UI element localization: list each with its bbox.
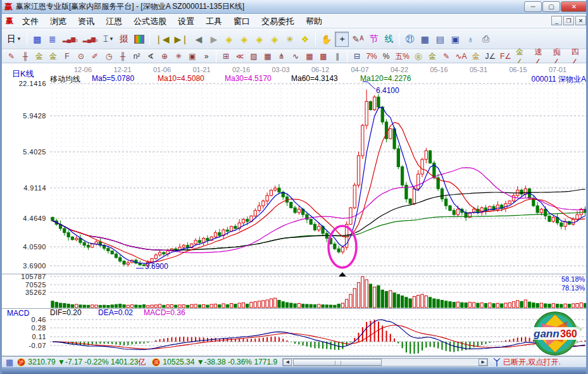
four-angle-icon[interactable]: 四∠ bbox=[570, 51, 587, 62]
menu-item-1[interactable]: 浏览 bbox=[44, 15, 72, 27]
connection-status[interactable]: 已断开,双点打开. bbox=[503, 357, 561, 368]
fan-lines-icon[interactable]: ≪ bbox=[234, 51, 246, 62]
last-page-icon[interactable]: ▶❘ bbox=[172, 32, 191, 47]
bars-3-icon[interactable]: ▂▄▆₃ bbox=[61, 32, 80, 47]
overlay-chart-icon[interactable]: ▩ bbox=[30, 32, 44, 47]
more-tools-chevron-icon[interactable]: » bbox=[200, 51, 213, 62]
spiral-tool-icon[interactable]: ⊙ bbox=[75, 51, 87, 62]
menu-item-8[interactable]: 交易委托 bbox=[256, 15, 300, 27]
candle-style-icon[interactable]: ⌶▼ bbox=[101, 32, 116, 47]
quote-grid-icon[interactable]: ▦ bbox=[6, 358, 13, 367]
n2-tool-icon[interactable]: n² bbox=[130, 51, 143, 62]
red-grid2-icon[interactable]: ▩ bbox=[317, 51, 330, 62]
chart-h-scrollbar[interactable]: ◀ ▶ bbox=[282, 358, 488, 366]
h-compress-diamond-icon[interactable]: ◈ bbox=[268, 32, 282, 47]
menu-item-0[interactable]: 文件 bbox=[16, 15, 44, 27]
gold-grid2-icon[interactable]: 金 bbox=[47, 51, 59, 62]
high-annotation: 6.4100 bbox=[376, 86, 399, 95]
time-circle-icon[interactable]: ◷ bbox=[103, 51, 115, 62]
angle-tool-icon[interactable]: ∢ bbox=[144, 51, 157, 62]
zoom-right-diamond-icon[interactable]: ◈ bbox=[237, 32, 251, 47]
menu-item-7[interactable]: 窗口 bbox=[228, 15, 256, 27]
percent7-icon[interactable]: 7% bbox=[365, 51, 378, 62]
f-angle-icon[interactable]: F∠ bbox=[499, 51, 513, 62]
menu-item-9[interactable]: 帮助 bbox=[300, 15, 328, 27]
menu-item-5[interactable]: 设置 bbox=[172, 15, 200, 27]
minimize-button[interactable]: ─ bbox=[524, 1, 542, 12]
menu-item-2[interactable]: 资讯 bbox=[72, 15, 100, 27]
brush-icon[interactable]: ✎ bbox=[440, 51, 453, 62]
annotate-pen-icon[interactable]: ✎ᴬ bbox=[350, 32, 365, 47]
square-star-icon[interactable]: ▣ bbox=[186, 51, 199, 62]
gold-grid-icon[interactable]: 金 bbox=[33, 51, 46, 62]
gann-pick-icon[interactable]: 掇 bbox=[117, 32, 131, 47]
zigzag-icon[interactable]: ∿ bbox=[289, 51, 302, 62]
first-page-icon[interactable]: ❘◀ bbox=[153, 32, 172, 47]
percent-icon[interactable]: % bbox=[380, 51, 392, 62]
wave-tool-icon[interactable]: ∿A bbox=[454, 51, 468, 62]
period-selector-dropdown[interactable]: ▼ bbox=[16, 36, 22, 42]
f-grid-icon[interactable]: F bbox=[61, 51, 73, 62]
red-grid-icon[interactable]: ▦ bbox=[303, 51, 316, 62]
expand-all-diamond-icon[interactable]: ❖ bbox=[298, 32, 312, 47]
menu-item-4[interactable]: 公式选股 bbox=[128, 15, 172, 27]
circle-cross-icon[interactable]: ⊕ bbox=[158, 51, 171, 62]
h-expand-diamond-icon[interactable]: ◈ bbox=[253, 32, 266, 47]
zoom-left-diamond-icon[interactable]: ◈ bbox=[222, 32, 236, 47]
color-chart-icon[interactable] bbox=[132, 32, 146, 47]
j-angle-icon[interactable]: J∠ bbox=[484, 51, 497, 62]
chart-canvas[interactable] bbox=[2, 63, 588, 356]
candle-style-icon-dropdown[interactable]: ▼ bbox=[109, 36, 114, 42]
gold-lines-icon[interactable]: 金 bbox=[426, 51, 439, 62]
close-button[interactable]: ✕ bbox=[561, 1, 587, 12]
date-tick-label: 02-16 bbox=[232, 66, 250, 73]
mdi-restore-button[interactable]: ❐ bbox=[563, 16, 574, 25]
grid2-tool-icon[interactable]: ╫ bbox=[116, 51, 129, 62]
menu-item-6[interactable]: 工具 bbox=[200, 15, 228, 27]
sh-index-icon[interactable]: 沪 bbox=[17, 358, 25, 366]
gold-circle-icon[interactable]: ㊎ bbox=[412, 51, 425, 62]
notes-icon[interactable]: ▤ bbox=[433, 32, 447, 47]
crosshair-tool-icon[interactable]: ＋ bbox=[335, 32, 349, 47]
prev-page-icon[interactable]: ◀ bbox=[192, 32, 206, 47]
compress-all-diamond-icon[interactable]: ✳ bbox=[283, 32, 297, 47]
app-window: 赢 赢家江恩专业版[赢家内部服务平台] - [深物业A SZ000011-135… bbox=[0, 0, 588, 374]
pencil-tool-icon[interactable]: ✎ bbox=[5, 51, 18, 62]
bars-9-icon[interactable]: ▂▄▆₉ bbox=[81, 32, 100, 47]
app-logo-icon: 赢 bbox=[4, 1, 13, 13]
next-page-icon[interactable]: ▶ bbox=[207, 32, 221, 47]
info-panel-icon[interactable]: ≣ bbox=[46, 32, 59, 47]
scroll-right-arrow[interactable]: ▶ bbox=[479, 359, 487, 366]
parallel-lines-icon[interactable]: ∥ bbox=[331, 51, 344, 62]
shaded-box-icon[interactable]: ▨ bbox=[247, 51, 260, 62]
axis-label: 3.6900 bbox=[2, 262, 46, 270]
five-percent-icon[interactable]: 五% bbox=[394, 51, 411, 62]
calendar-icon[interactable]: ㉑ bbox=[403, 32, 416, 47]
menu-item-3[interactable]: 江恩 bbox=[100, 15, 128, 27]
array-bars-icon[interactable]: ⊟ bbox=[351, 51, 363, 62]
mdi-minimize-button[interactable]: _ bbox=[551, 16, 562, 25]
calculator-icon[interactable]: ▦ bbox=[418, 32, 432, 47]
print-icon[interactable]: ⎙ bbox=[479, 32, 492, 47]
gann-festival-icon[interactable]: 节 bbox=[366, 32, 380, 47]
gann-line-icon[interactable]: 线 bbox=[382, 32, 396, 47]
speed-angle-icon[interactable]: 速∠ bbox=[533, 51, 550, 62]
gold-underline-icon[interactable]: 金 bbox=[470, 51, 482, 62]
hatch-box-icon[interactable]: ▦ bbox=[261, 51, 274, 62]
ray-lines-icon[interactable]: ⋔ bbox=[275, 51, 288, 62]
web-share-icon[interactable]: ♁ bbox=[463, 32, 477, 47]
gold-angle-icon[interactable]: 金∠ bbox=[514, 51, 531, 62]
scroll-thumb[interactable] bbox=[293, 359, 382, 366]
pencil2-tool-icon[interactable]: ✐ bbox=[89, 51, 101, 62]
hand-tool-icon[interactable]: ✋ bbox=[319, 32, 334, 47]
period-selector[interactable]: 日▼ bbox=[5, 32, 23, 47]
scroll-left-arrow[interactable]: ◀ bbox=[283, 359, 292, 366]
window-box-icon[interactable]: ⊞ bbox=[220, 51, 232, 62]
grid-tool-icon[interactable]: ╫ bbox=[19, 51, 32, 62]
mdi-close-button[interactable]: ✕ bbox=[575, 16, 586, 25]
save-icon[interactable]: ▣ bbox=[448, 32, 462, 47]
maximize-button[interactable]: ▢ bbox=[542, 1, 560, 12]
sz-index-icon[interactable]: 深 bbox=[152, 358, 160, 366]
star-circle-icon[interactable]: ✳ bbox=[172, 51, 185, 62]
chi-angle-icon[interactable]: 痴∠ bbox=[551, 51, 568, 62]
